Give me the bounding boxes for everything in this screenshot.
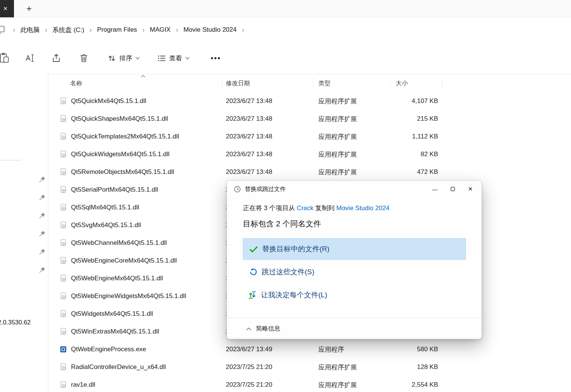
fewer-details-toggle[interactable]: 简略信息	[244, 323, 282, 334]
rename-button[interactable]	[22, 51, 37, 65]
column-divider[interactable]	[390, 77, 390, 89]
dll-file-icon	[60, 239, 67, 247]
breadcrumb-this-pc[interactable]: 此电脑	[18, 23, 42, 37]
pin-icon[interactable]	[39, 230, 46, 237]
active-tab[interactable]: ✕	[0, 0, 14, 17]
column-header-size[interactable]: 大小	[396, 80, 408, 88]
file-explorer-window: ✕ + › 此电脑 › 系统盘 (C:) › Program Files › M…	[0, 0, 571, 392]
dll-file-icon	[60, 275, 67, 282]
file-modified: 2023/6/27 13:48	[226, 168, 272, 176]
fewer-details-label: 简略信息	[256, 325, 280, 333]
sort-button[interactable]: 排序	[105, 52, 142, 65]
file-size: 128 KB	[373, 363, 438, 371]
copy-prefix: 正在将 3 个项目从	[243, 204, 297, 212]
delete-button[interactable]	[77, 51, 91, 65]
pin-icon[interactable]	[39, 266, 46, 273]
close-button[interactable]: ✕	[461, 181, 479, 197]
exe-file-icon	[60, 346, 67, 353]
tab-close-icon[interactable]: ✕	[3, 5, 8, 12]
file-modified: 2023/6/27 13:48	[226, 133, 272, 140]
file-size: 1,112 KB	[373, 133, 438, 140]
decide-each-file-option[interactable]: 让我决定每个文件(L)	[247, 288, 327, 302]
breadcrumb-movie-studio-2024[interactable]: Movie Studio 2024	[181, 24, 239, 36]
file-type: 应用程序	[318, 345, 344, 354]
chevron-up-icon	[246, 327, 252, 331]
file-row[interactable]: Qt5RemoteObjectsMx64Qt5.15.1.dll 2023/6/…	[48, 163, 571, 181]
file-size: 2,554 KB	[373, 381, 438, 389]
file-name: Qt5WinExtrasMx64Qt5.15.1.dll	[71, 328, 159, 335]
file-type: 应用程序扩展	[318, 132, 357, 141]
column-divider[interactable]	[222, 77, 222, 89]
compare-files-icon	[247, 290, 257, 300]
share-button[interactable]	[49, 51, 63, 65]
breadcrumb-drive-c[interactable]: 系统盘 (C:)	[50, 23, 86, 37]
file-row[interactable]: Qt5QuickShapesMx64Qt5.15.1.dll 2023/6/27…	[48, 110, 571, 128]
skip-arrow-icon	[248, 267, 258, 277]
file-name: Qt5WebEngineWidgetsMx64Qt5.15.1.dll	[71, 292, 186, 300]
maximize-icon	[451, 187, 455, 191]
pin-icon[interactable]	[39, 248, 46, 255]
column-header-type[interactable]: 类型	[318, 80, 330, 88]
file-row[interactable]: Qt5QuickWidgetsMx64Qt5.15.1.dll 2023/6/2…	[48, 145, 571, 163]
file-row[interactable]: Qt5QuickMx64Qt5.15.1.dll 2023/6/27 13:48…	[48, 92, 571, 110]
maximize-button[interactable]	[444, 181, 461, 197]
file-modified: 2023/7/25 21:20	[226, 363, 272, 371]
file-type: 应用程序扩展	[318, 114, 357, 123]
tab-bar: ✕ +	[0, 0, 571, 17]
column-header-modified[interactable]: 修改日期	[226, 80, 250, 88]
file-type: 应用程序扩展	[318, 380, 357, 389]
file-row[interactable]: rav1e.dll 2023/7/25 21:20 应用程序扩展 2,554 K…	[48, 376, 571, 392]
dll-file-icon	[60, 186, 67, 194]
file-modified: 2023/6/27 13:48	[226, 151, 272, 158]
file-row[interactable]: RadialControllerDevice_u_x64.dll 2023/7/…	[48, 358, 571, 376]
file-size: 4,107 KB	[373, 97, 438, 105]
column-divider[interactable]	[313, 77, 313, 89]
breadcrumb-program-files[interactable]: Program Files	[95, 24, 139, 36]
dll-file-icon	[60, 363, 67, 371]
file-name: Qt5SerialPortMx64Qt5.15.1.dll	[71, 186, 158, 194]
file-row[interactable]: Qt5QuickTemplates2Mx64Qt5.15.1.dll 2023/…	[48, 128, 571, 145]
dll-file-icon	[60, 97, 67, 105]
nav-item-version-label[interactable]: 2.0.3530.62	[0, 319, 31, 326]
replace-files-option[interactable]: 替换目标中的文件(R)	[243, 238, 466, 260]
file-type: 应用程序扩展	[318, 363, 357, 371]
dll-file-icon	[60, 381, 67, 389]
dll-file-icon	[60, 204, 67, 211]
file-row[interactable]: QtWebEngineProcess.exe 2023/6/27 13:49 应…	[48, 340, 571, 358]
skip-files-option[interactable]: 跳过这些文件(S)	[248, 265, 314, 279]
file-name: Qt5SqlMx64Qt5.15.1.dll	[71, 204, 139, 211]
more-options-button[interactable]: •••	[208, 52, 223, 65]
view-button[interactable]: 查看	[155, 52, 192, 65]
minimize-button[interactable]: —	[426, 181, 444, 197]
breadcrumb-separator-icon: ›	[42, 26, 50, 34]
file-name: Qt5QuickWidgetsMx64Qt5.15.1.dll	[71, 151, 170, 158]
copy-source-link[interactable]: Crack	[297, 204, 313, 212]
breadcrumb: › 此电脑 › 系统盘 (C:) › Program Files › MAGIX…	[0, 17, 571, 42]
file-name: Qt5WebEngineCoreMx64Qt5.15.1.dll	[71, 257, 177, 264]
breadcrumb-magix[interactable]: MAGIX	[148, 24, 173, 36]
file-name: Qt5QuickMx64Qt5.15.1.dll	[71, 97, 146, 105]
dll-file-icon	[60, 257, 67, 264]
view-label: 查看	[169, 54, 182, 63]
file-modified: 2023/6/27 13:49	[226, 346, 272, 353]
pin-icon[interactable]	[39, 194, 46, 201]
paste-button[interactable]	[0, 51, 11, 66]
breadcrumb-separator-icon: ›	[10, 26, 18, 34]
file-modified: 2023/6/27 13:48	[226, 97, 272, 105]
copy-destination-link[interactable]: Movie Studio 2024	[336, 204, 389, 212]
file-size: 472 KB	[373, 168, 438, 176]
sort-ascending-icon	[140, 75, 146, 78]
file-name: Qt5QuickShapesMx64Qt5.15.1.dll	[71, 115, 168, 123]
view-icon	[157, 54, 166, 62]
command-toolbar: 排序 查看 •••	[0, 42, 571, 74]
dialog-title: 替换或跳过文件	[245, 185, 286, 193]
column-divider[interactable]	[442, 77, 442, 89]
breadcrumb-separator-icon: ›	[239, 26, 247, 34]
file-name: RadialControllerDevice_u_x64.dll	[71, 363, 166, 371]
file-type: 应用程序扩展	[318, 97, 357, 105]
column-header-name[interactable]: 名称	[70, 80, 82, 88]
pin-icon[interactable]	[39, 176, 46, 183]
dll-file-icon	[60, 310, 67, 318]
new-tab-button[interactable]: +	[23, 3, 35, 14]
pin-icon[interactable]	[39, 212, 46, 219]
